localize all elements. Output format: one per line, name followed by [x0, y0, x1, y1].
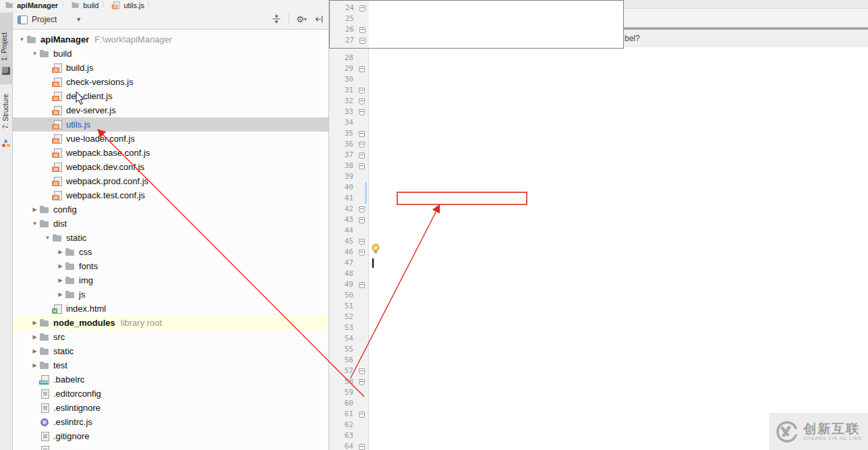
- tree-row-config[interactable]: ▶config: [12, 202, 328, 217]
- tree-row-vue-loader.conf.js[interactable]: JSvue-loader.conf.js: [12, 132, 328, 146]
- tree-row-build.js[interactable]: JSbuild.js: [12, 61, 328, 75]
- code-line-54[interactable]: 54: [329, 333, 868, 344]
- fold-marker-icon[interactable]: [359, 5, 366, 11]
- code-line-59[interactable]: 59: [329, 387, 868, 398]
- breadcrumb-item[interactable]: build: [70, 0, 98, 10]
- code-line-39[interactable]: 39: [329, 171, 868, 182]
- code-line-43[interactable]: 43: [329, 215, 868, 225]
- code-line-36[interactable]: 36: [329, 139, 868, 150]
- fold-marker-icon[interactable]: [359, 38, 366, 44]
- fold-marker-icon[interactable]: [359, 152, 365, 159]
- fold-marker-icon[interactable]: [359, 109, 365, 115]
- fold-marker-icon[interactable]: [359, 444, 365, 450]
- code-line-47[interactable]: 47: [329, 258, 868, 269]
- split-center-icon[interactable]: [271, 13, 282, 24]
- tree-row-css[interactable]: ▶css: [12, 245, 328, 259]
- collapsed-arrow-icon[interactable]: ▶: [56, 263, 65, 269]
- tree-row-src[interactable]: ▶src: [12, 330, 328, 344]
- collapsed-arrow-icon[interactable]: ▶: [56, 291, 65, 298]
- expanded-arrow-icon[interactable]: ▼: [18, 36, 26, 43]
- code-line-52[interactable]: 52: [329, 312, 868, 322]
- code-line-40[interactable]: 40: [329, 182, 868, 193]
- code-line-60[interactable]: 60: [329, 398, 868, 409]
- fold-marker-icon[interactable]: [359, 66, 365, 72]
- tree-row-static[interactable]: ▼static: [12, 231, 328, 245]
- code-line-58[interactable]: 58: [329, 376, 868, 387]
- fold-marker-icon[interactable]: [359, 27, 366, 33]
- code-line-24[interactable]: 24: [330, 3, 623, 13]
- tab-structure[interactable]: 7: Structure: [0, 86, 12, 153]
- fold-marker-icon[interactable]: [359, 250, 365, 256]
- tree-row-.editorconfig[interactable]: .editorconfig: [12, 387, 328, 401]
- code-line-46[interactable]: 46: [329, 247, 868, 258]
- code-line-26[interactable]: 26: [330, 24, 623, 35]
- tree-row-dev-server.js[interactable]: JSdev-server.js: [12, 103, 328, 117]
- code-line-25[interactable]: 25: [330, 13, 623, 24]
- code-line-32[interactable]: 32: [329, 96, 868, 107]
- code-editor[interactable]: 2829303132333435363738394041424344454647…: [328, 0, 868, 450]
- code-line-51[interactable]: 51: [329, 301, 868, 312]
- tree-row-index.html[interactable]: Hindex.html: [12, 302, 328, 316]
- tab-project[interactable]: 1: Project: [0, 13, 12, 84]
- breadcrumb-item[interactable]: JSutils.js: [111, 0, 144, 10]
- gear-icon[interactable]: ⚙▾: [296, 13, 307, 24]
- fold-marker-icon[interactable]: [359, 163, 365, 169]
- code-line-48[interactable]: 48: [329, 269, 868, 279]
- tree-row-fonts[interactable]: ▶fonts: [12, 259, 328, 273]
- collapsed-arrow-icon[interactable]: ▶: [30, 320, 39, 326]
- tree-row-check-versions.js[interactable]: JScheck-versions.js: [12, 75, 328, 89]
- breadcrumb-item[interactable]: apiManager: [4, 0, 58, 10]
- tree-row-utils.js[interactable]: JSutils.js: [12, 117, 328, 132]
- collapsed-arrow-icon[interactable]: ▶: [30, 206, 39, 213]
- intention-bulb-icon[interactable]: [371, 244, 380, 257]
- tree-row-.gitignore[interactable]: .gitignore: [12, 429, 328, 443]
- collapsed-arrow-icon[interactable]: ▶: [56, 277, 65, 283]
- code-line-45[interactable]: 45: [329, 236, 868, 247]
- fold-marker-icon[interactable]: [359, 239, 365, 245]
- collapsed-arrow-icon[interactable]: ▶: [56, 249, 65, 255]
- code-line-38[interactable]: 38: [329, 161, 868, 171]
- code-line-30[interactable]: 30: [329, 74, 868, 85]
- tree-row-webpack.prod.conf.js[interactable]: JSwebpack.prod.conf.js: [12, 174, 328, 188]
- tree-row-img[interactable]: ▶img: [12, 273, 328, 287]
- tree-row-node-modules[interactable]: ▶node_moduleslibrary root: [12, 316, 328, 330]
- code-line-55[interactable]: 55: [329, 344, 868, 355]
- fold-marker-icon[interactable]: [359, 131, 365, 137]
- code-line-27[interactable]: 27: [330, 35, 623, 46]
- code-line-34[interactable]: 34: [329, 117, 868, 128]
- code-line-33[interactable]: 33: [329, 107, 868, 117]
- tree-row-.eslintignore[interactable]: .eslintignore: [12, 401, 328, 415]
- tree-row-test[interactable]: ▶test: [12, 358, 328, 372]
- tree-row-apimanager[interactable]: ▼apiManagerF:\work\apiManager: [12, 32, 328, 47]
- tree-row-webpack.dev.conf.js[interactable]: JSwebpack.dev.conf.js: [12, 160, 328, 174]
- code-line-29[interactable]: 29: [329, 63, 868, 74]
- fold-marker-icon[interactable]: [359, 217, 365, 223]
- code-line-50[interactable]: 50: [329, 290, 868, 301]
- tree-row-webpack.test.conf.js[interactable]: JSwebpack.test.conf.js: [12, 188, 328, 202]
- code-line-49[interactable]: 49: [329, 279, 868, 290]
- code-line-56[interactable]: 56: [329, 355, 868, 366]
- expanded-arrow-icon[interactable]: ▼: [30, 51, 39, 57]
- code-lines[interactable]: 2829303132333435363738394041424344454647…: [329, 53, 868, 450]
- tree-row-dist[interactable]: ▼dist: [12, 217, 328, 231]
- collapsed-arrow-icon[interactable]: ▶: [30, 362, 39, 368]
- tree-row-js[interactable]: ▶js: [12, 287, 328, 302]
- code-line-57[interactable]: 57: [329, 366, 868, 376]
- project-panel-title[interactable]: Project: [32, 15, 57, 24]
- tree-row-.eslintrc.js[interactable]: .eslintrc.js: [12, 415, 328, 429]
- fold-marker-icon[interactable]: [359, 206, 365, 213]
- code-line-53[interactable]: 53: [329, 322, 868, 333]
- fold-marker-icon[interactable]: [359, 368, 365, 374]
- expanded-arrow-icon[interactable]: ▼: [43, 235, 52, 241]
- code-line-37[interactable]: 37: [329, 150, 868, 161]
- fold-marker-icon[interactable]: [359, 99, 365, 105]
- collapsed-arrow-icon[interactable]: ▶: [30, 348, 39, 354]
- code-line-31[interactable]: 31: [329, 85, 868, 96]
- tree-row-.babelrc[interactable]: JSON.babelrc: [12, 372, 328, 387]
- dock-left-icon[interactable]: [314, 13, 324, 24]
- code-line-42[interactable]: 42: [329, 204, 868, 215]
- code-line-35[interactable]: 35: [329, 128, 868, 139]
- fold-marker-icon[interactable]: [359, 379, 365, 385]
- fold-marker-icon[interactable]: [359, 142, 365, 148]
- collapsed-arrow-icon[interactable]: ▶: [30, 334, 39, 340]
